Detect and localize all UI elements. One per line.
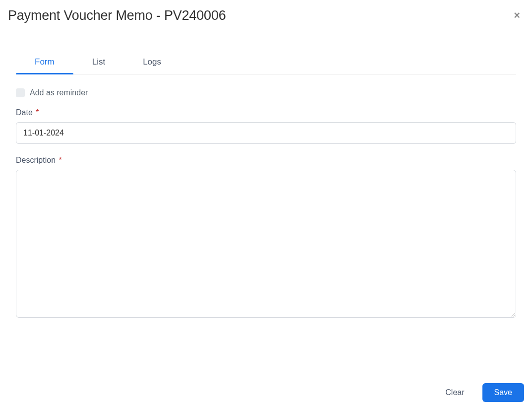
tab-bar: Form List Logs — [16, 51, 516, 74]
close-button[interactable]: × — [510, 8, 524, 23]
tab-form[interactable]: Form — [16, 51, 73, 74]
close-icon: × — [514, 9, 520, 21]
modal-header: Payment Voucher Memo - PV240006 × — [8, 8, 524, 23]
clear-button[interactable]: Clear — [433, 383, 476, 402]
reminder-label: Add as reminder — [30, 88, 88, 97]
date-label: Date * — [16, 108, 516, 117]
date-field-group: Date * — [16, 108, 516, 144]
tab-list[interactable]: List — [73, 51, 124, 74]
description-label-text: Description — [16, 156, 56, 164]
memo-modal: Payment Voucher Memo - PV240006 × Form L… — [0, 0, 532, 404]
form-panel: Add as reminder Date * Description * — [8, 74, 524, 320]
tab-logs[interactable]: Logs — [124, 51, 180, 74]
modal-title: Payment Voucher Memo - PV240006 — [8, 8, 226, 23]
description-field-group: Description * — [16, 156, 516, 320]
save-button[interactable]: Save — [482, 383, 524, 402]
description-label: Description * — [16, 156, 516, 165]
modal-footer: Clear Save — [433, 383, 524, 404]
reminder-checkbox[interactable] — [16, 88, 25, 97]
date-label-text: Date — [16, 108, 33, 117]
reminder-row: Add as reminder — [16, 88, 516, 97]
date-input[interactable] — [16, 122, 516, 144]
required-mark: * — [34, 108, 39, 117]
required-mark: * — [57, 156, 62, 164]
description-textarea[interactable] — [16, 170, 516, 318]
